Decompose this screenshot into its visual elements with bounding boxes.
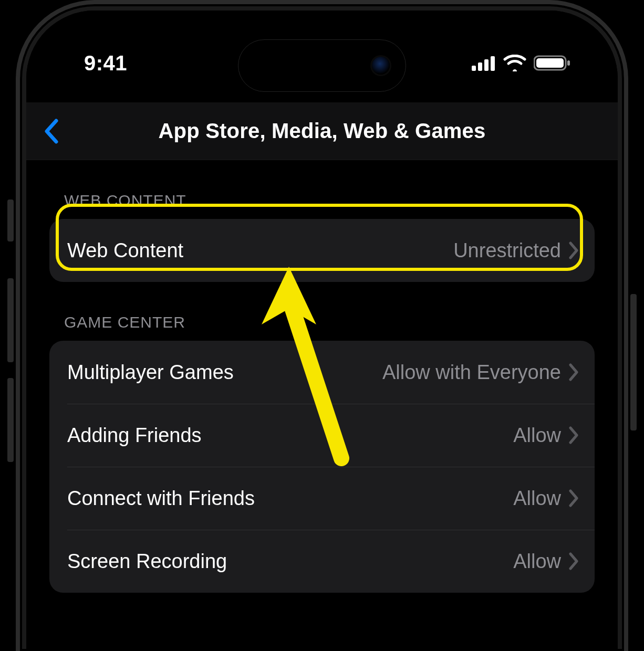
svg-rect-2 bbox=[484, 59, 489, 71]
group-web-content: Web Content Unrestricted bbox=[49, 219, 595, 282]
chevron-left-icon bbox=[42, 118, 61, 144]
phone-frame: 9:41 bbox=[16, 0, 628, 651]
battery-icon bbox=[534, 55, 570, 71]
row-value-wrap: Allow with Everyone bbox=[382, 361, 579, 384]
svg-rect-5 bbox=[536, 58, 564, 68]
row-value-wrap: Unrestricted bbox=[453, 239, 579, 262]
row-label-adding-friends: Adding Friends bbox=[67, 424, 202, 447]
chevron-right-icon bbox=[568, 242, 579, 259]
group-game-center: Multiplayer Games Allow with Everyone Ad… bbox=[49, 341, 595, 593]
row-label-connect-with-friends: Connect with Friends bbox=[67, 487, 255, 510]
cellular-icon bbox=[472, 55, 496, 71]
row-value-multiplayer-games: Allow with Everyone bbox=[382, 361, 561, 384]
section-header-web-content: WEB CONTENT bbox=[64, 192, 595, 209]
row-web-content[interactable]: Web Content Unrestricted bbox=[49, 219, 595, 282]
row-value-web-content: Unrestricted bbox=[453, 239, 561, 262]
row-value-connect-with-friends: Allow bbox=[513, 487, 561, 510]
row-value-screen-recording: Allow bbox=[513, 550, 561, 573]
row-value-wrap: Allow bbox=[513, 424, 579, 447]
row-value-adding-friends: Allow bbox=[513, 424, 561, 447]
wifi-icon bbox=[503, 55, 526, 71]
row-label-multiplayer-games: Multiplayer Games bbox=[67, 361, 234, 384]
chevron-right-icon bbox=[568, 426, 579, 444]
row-adding-friends[interactable]: Adding Friends Allow bbox=[49, 404, 595, 467]
front-camera-icon bbox=[372, 57, 390, 75]
svg-rect-6 bbox=[567, 60, 570, 66]
settings-content: WEB CONTENT Web Content Unrestricted GAM… bbox=[26, 160, 618, 651]
chevron-right-icon bbox=[568, 489, 579, 507]
phone-screen: 9:41 bbox=[26, 10, 618, 651]
status-indicators bbox=[472, 55, 570, 71]
row-value-wrap: Allow bbox=[513, 487, 579, 510]
phone-side-button bbox=[630, 294, 637, 430]
row-multiplayer-games[interactable]: Multiplayer Games Allow with Everyone bbox=[49, 341, 595, 404]
dynamic-island bbox=[238, 39, 406, 92]
phone-volume-down bbox=[7, 378, 14, 462]
back-button[interactable] bbox=[42, 118, 61, 144]
svg-rect-1 bbox=[478, 62, 482, 71]
row-label-screen-recording: Screen Recording bbox=[67, 550, 227, 573]
row-screen-recording[interactable]: Screen Recording Allow bbox=[49, 530, 595, 593]
phone-silent-switch bbox=[7, 200, 14, 242]
chevron-right-icon bbox=[568, 363, 579, 381]
navigation-bar: App Store, Media, Web & Games bbox=[26, 102, 618, 160]
page-title: App Store, Media, Web & Games bbox=[26, 119, 618, 143]
svg-rect-0 bbox=[472, 66, 476, 71]
row-value-wrap: Allow bbox=[513, 550, 579, 573]
row-connect-with-friends[interactable]: Connect with Friends Allow bbox=[49, 467, 595, 530]
status-time: 9:41 bbox=[84, 51, 127, 75]
row-label-web-content: Web Content bbox=[67, 239, 183, 262]
phone-volume-up bbox=[7, 278, 14, 362]
section-header-game-center: GAME CENTER bbox=[64, 313, 595, 331]
svg-rect-3 bbox=[491, 56, 495, 71]
chevron-right-icon bbox=[568, 552, 579, 570]
